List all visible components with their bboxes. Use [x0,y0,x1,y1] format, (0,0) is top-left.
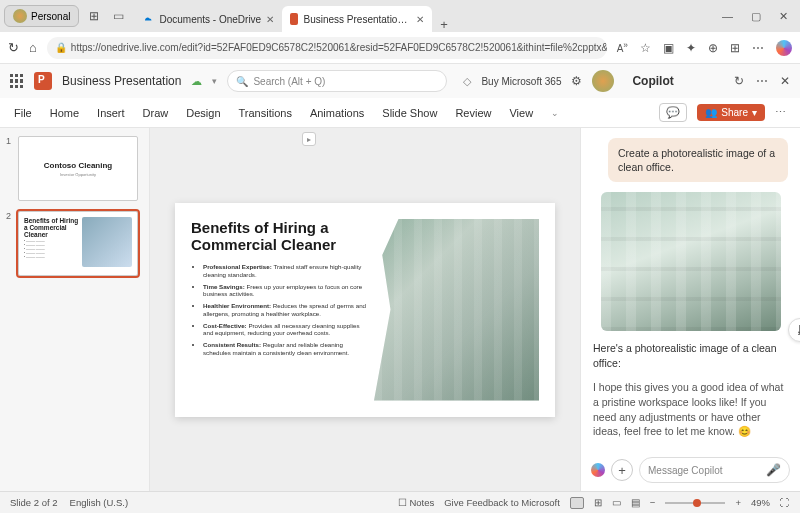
tab-animations[interactable]: Animations [310,107,364,119]
microphone-icon[interactable]: 🎤 [766,463,781,477]
notes-button[interactable]: ☐ Notes [398,497,434,508]
generated-image[interactable] [601,192,781,331]
buy-microsoft-link[interactable]: Buy Microsoft 365 [481,76,561,87]
home-button[interactable]: ⌂ [29,40,37,55]
comments-button[interactable]: 💬 [659,103,687,122]
tab-slideshow[interactable]: Slide Show [382,107,437,119]
zoom-out-button[interactable]: − [650,497,656,508]
new-tab-button[interactable]: + [432,17,456,32]
status-bar: Slide 2 of 2 English (U.S.) ☐ Notes Give… [0,491,800,513]
copilot-input-row: + Message Copilot 🎤 [581,449,800,491]
address-bar: ↻ ⌂ 🔒 https://onedrive.live.com/edit?id=… [0,32,800,64]
share-button[interactable]: 👥Share▾ [697,104,765,121]
browser-tab-onedrive[interactable]: Documents - OneDrive ✕ [134,6,282,32]
add-content-button[interactable]: + [611,459,633,481]
close-icon[interactable]: ✕ [266,14,274,25]
url-field[interactable]: 🔒 https://onedrive.live.com/edit?id=52FA… [47,37,607,59]
more-icon[interactable]: ⋯ [752,41,764,55]
tab-label: Documents - OneDrive [159,14,261,25]
search-icon: 🔍 [236,76,248,87]
copilot-response-1: Here's a photorealistic image of a clean… [593,341,788,370]
copilot-pane-title: Copilot [632,74,724,88]
ribbon-chevron-icon[interactable]: ⌄ [551,108,559,118]
browser-tabs: Documents - OneDrive ✕ Business Presenta… [134,0,722,32]
tab-insert[interactable]: Insert [97,107,125,119]
thumb-number: 2 [6,211,14,276]
slideshow-view-icon[interactable]: ▤ [631,497,640,508]
browser-titlebar: Personal ⊞ ▭ Documents - OneDrive ✕ Busi… [0,0,800,32]
reader-a-icon[interactable]: A» [617,40,628,54]
profile-pill[interactable]: Personal [4,5,79,27]
star-icon[interactable]: ☆ [640,41,651,55]
search-input[interactable]: 🔍 Search (Alt + Q) [227,70,447,92]
close-button[interactable]: ✕ [779,10,788,23]
slide-text-area[interactable]: Benefits of Hiring a Commercial Cleaner … [191,219,366,401]
addr-icon-group: A» ☆ ▣ ✦ ⊕ ⊞ ⋯ [617,40,792,56]
thumb-image [82,217,132,267]
user-message: Create a photorealistic image of a clean… [608,138,788,182]
slide-bullets: Professional Expertise: Trained staff en… [191,263,366,357]
thumbnail-1[interactable]: 1 Contoso Cleaning Investor Opportunity [6,136,143,201]
language-status[interactable]: English (U.S.) [70,497,129,508]
apps-icon[interactable]: ⊞ [730,41,740,55]
copilot-pane: Create a photorealistic image of a clean… [580,128,800,491]
browser-tab-powerpoint[interactable]: Business Presentation.pptx - Mic… ✕ [282,6,432,32]
tab-file[interactable]: File [14,107,32,119]
saved-cloud-icon[interactable]: ☁ [191,75,202,88]
collections-icon[interactable]: ▣ [663,41,674,55]
extensions-icon[interactable]: ✦ [686,41,696,55]
workspace-icon[interactable]: ⊞ [89,9,99,23]
slide-position[interactable]: Slide 2 of 2 [10,497,58,508]
tab-draw[interactable]: Draw [143,107,169,119]
thumbnail-2[interactable]: 2 Benefits of Hiring a Commercial Cleane… [6,211,143,276]
user-avatar[interactable] [592,70,614,92]
tab-transitions[interactable]: Transitions [239,107,292,119]
ribbon-more-icon[interactable]: ⋯ [775,106,786,119]
tab-view[interactable]: View [509,107,533,119]
thumbnail-panel: 1 Contoso Cleaning Investor Opportunity … [0,128,150,491]
reading-view-icon[interactable]: ▭ [612,497,621,508]
normal-view-icon[interactable] [570,497,584,509]
copilot-input[interactable]: Message Copilot 🎤 [639,457,790,483]
tab-design[interactable]: Design [186,107,220,119]
close-icon[interactable]: ✕ [416,14,424,25]
zoom-in-button[interactable]: + [735,497,741,508]
zoom-label[interactable]: 49% [751,497,770,508]
url-text: https://onedrive.live.com/edit?id=52FAF0… [71,42,607,53]
tab-label: Business Presentation.pptx - Mic… [303,14,411,25]
copilot-more-icon[interactable]: ⋯ [756,74,768,88]
tab-home[interactable]: Home [50,107,79,119]
thumb-number: 1 [6,136,14,201]
fit-to-window-icon[interactable]: ⛶ [780,497,790,508]
settings-icon[interactable]: ⚙ [571,74,582,88]
copilot-placeholder: Message Copilot [648,465,722,476]
thumb-title: Benefits of Hiring a Commercial Cleaner [24,217,79,238]
slide-canvas[interactable]: ▸ Benefits of Hiring a Commercial Cleane… [150,128,580,491]
thumb-title: Contoso Cleaning [44,161,112,170]
search-placeholder: Search (Alt + Q) [253,76,325,87]
refresh-copilot-icon[interactable]: ↻ [734,74,744,88]
zoom-slider[interactable] [665,502,725,504]
window-controls: — ▢ ✕ [722,10,788,23]
slide-sorter-icon[interactable]: ⊞ [594,497,602,508]
copilot-response-2: I hope this gives you a good idea of wha… [593,380,788,439]
tab-overview-icon[interactable]: ▭ [113,9,124,23]
minimize-button[interactable]: — [722,10,733,23]
slide[interactable]: Benefits of Hiring a Commercial Cleaner … [175,203,555,417]
refresh-button[interactable]: ↻ [8,40,19,55]
document-title[interactable]: Business Presentation [62,74,181,88]
title-icon-group: ⊞ ▭ [89,9,124,23]
copilot-icon[interactable] [776,40,792,56]
close-copilot-icon[interactable]: ✕ [780,74,790,88]
outline-toggle-icon[interactable]: ▸ [302,132,316,146]
slide-image[interactable] [374,219,539,401]
feedback-link[interactable]: Give Feedback to Microsoft [444,497,560,508]
profile-label: Personal [31,11,70,22]
downloads-icon[interactable]: ⊕ [708,41,718,55]
app-launcher-icon[interactable] [10,74,24,88]
chevron-down-icon[interactable]: ▾ [212,76,217,86]
slide-title: Benefits of Hiring a Commercial Cleaner [191,219,366,254]
tab-review[interactable]: Review [455,107,491,119]
maximize-button[interactable]: ▢ [751,10,761,23]
copilot-spark-icon[interactable] [591,463,605,477]
